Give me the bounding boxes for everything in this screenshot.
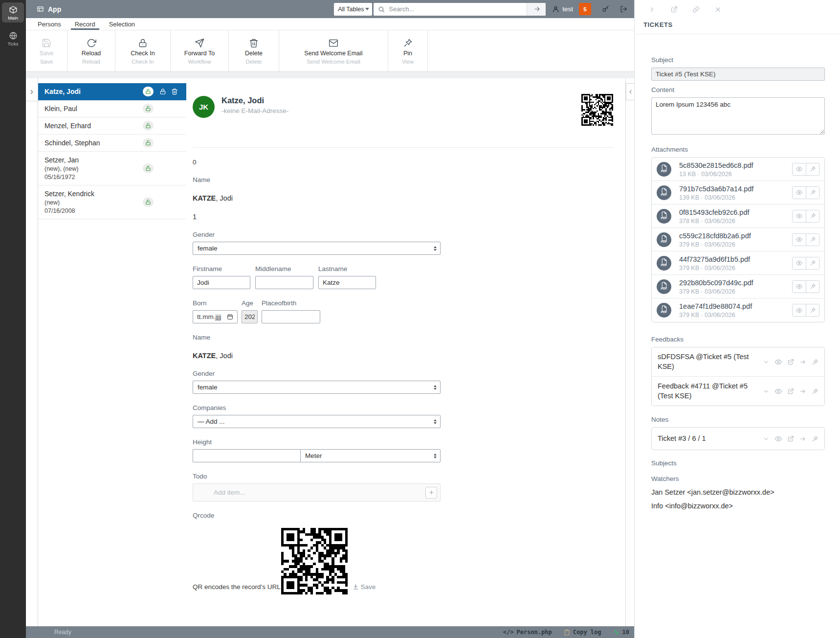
copy-log-button[interactable]: Copy log [564, 629, 601, 636]
preview-button[interactable] [793, 281, 806, 293]
height-field[interactable] [193, 449, 300, 462]
save-button[interactable]: Save Save [26, 30, 67, 71]
reload-button[interactable]: Reload Reload [67, 30, 115, 71]
lastname-field[interactable] [318, 276, 376, 289]
sidebar-item-main[interactable]: Main [2, 2, 24, 23]
pin-attachment-button[interactable] [806, 210, 819, 222]
pin-button[interactable] [812, 388, 818, 395]
tab-persons[interactable]: Persons [31, 18, 68, 30]
unlock-badge[interactable] [143, 121, 154, 131]
open-button[interactable] [787, 388, 794, 395]
preview-button[interactable] [793, 234, 806, 246]
list-item[interactable]: Setzer, Jan (new), (new) 05/16/1972 [38, 152, 186, 185]
forward-to-button[interactable]: Forward To Workflow [171, 30, 228, 71]
middlename-field[interactable] [255, 276, 313, 289]
tab-record[interactable]: Record [68, 18, 102, 30]
unlock-badge[interactable] [143, 104, 154, 114]
attachment-row[interactable]: PDF 5c8530e2815ed6c8.pdf13 KB · 03/06/20… [652, 158, 824, 181]
attachment-row[interactable]: PDF c559c218cfd8b2a6.pdf379 KB · 03/06/2… [652, 228, 824, 251]
gender-select[interactable]: female [193, 242, 441, 255]
tables-select[interactable]: All Tables [334, 3, 372, 16]
feedback-row[interactable]: Feedback #4711 @Ticket #5 (Test KSE) [652, 377, 824, 406]
attachment-row[interactable]: PDF 292b80b5c097d49c.pdf379 KB · 03/06/2… [652, 275, 824, 298]
todo-add-button[interactable] [425, 487, 437, 499]
logout-button[interactable] [620, 5, 627, 13]
panel-open-button[interactable] [670, 6, 678, 13]
content-field[interactable]: Lorem Ipsum 123456 abc [651, 97, 825, 135]
preview-button[interactable] [793, 210, 806, 222]
unlock-badge[interactable] [143, 163, 154, 173]
collapse-panel-button[interactable] [626, 83, 634, 100]
expand-button[interactable] [763, 435, 770, 442]
sidebar-item-ticks[interactable]: Ticks [2, 28, 24, 48]
list-item[interactable]: Klein, Paul [38, 100, 186, 117]
record-detail: JK Katze, Jodi -keine E-Mail-Adresse- 0 … [186, 78, 626, 626]
expand-button[interactable] [763, 388, 770, 395]
unlock-badge[interactable] [143, 87, 154, 96]
born-date-field[interactable]: tt.mm.jjjj [193, 310, 238, 323]
send-welcome-email-button[interactable]: Send Welcome Email Send Welcome Email [279, 30, 388, 71]
panel-close-button[interactable] [714, 6, 722, 13]
delete-row-button[interactable] [171, 88, 178, 95]
unlock-badge[interactable] [143, 197, 154, 207]
qr-save-link[interactable]: Save [348, 583, 441, 594]
preview-button[interactable] [775, 388, 782, 395]
feedback-row[interactable]: sDFDSFSA @Ticket #5 (Test KSE) [652, 347, 824, 377]
check-in-button[interactable]: Check In Check In [115, 30, 170, 71]
expand-list-button[interactable] [26, 83, 38, 101]
pin-attachment-button[interactable] [806, 187, 819, 199]
height-unit-select[interactable]: Meter [300, 449, 441, 462]
gender-select-2[interactable]: female [193, 381, 441, 394]
tab-selection[interactable]: Selection [102, 18, 142, 30]
open-button[interactable] [787, 359, 794, 365]
goto-button[interactable] [799, 359, 806, 365]
attachment-row[interactable]: PDF 791b7c5d3a6b7a14.pdf139 KB · 03/06/2… [652, 181, 824, 205]
source-file[interactable]: </> Person.php [503, 629, 552, 636]
preview-button[interactable] [793, 257, 806, 269]
list-item[interactable]: Schindel, Stephan [38, 135, 186, 152]
goto-button[interactable] [799, 388, 806, 395]
pin-attachment-button[interactable] [806, 234, 819, 246]
pin-attachment-button[interactable] [806, 257, 819, 269]
preview-button[interactable] [793, 187, 806, 199]
name-value: KATZE, Jodi [193, 194, 441, 202]
delete-button[interactable]: Delete Delete [229, 30, 279, 71]
attachment-row[interactable]: PDF 0f815493cfeb92c6.pdf378 KB · 03/06/2… [652, 205, 824, 228]
list-item[interactable]: Setzer, Kendrick (new) 07/16/2008 [38, 185, 186, 219]
list-item[interactable]: Menzel, Erhard [38, 117, 186, 135]
list-item[interactable]: Katze, Jodi [38, 83, 186, 100]
pin-attachment-button[interactable] [806, 304, 819, 316]
placeofbirth-field[interactable] [262, 310, 320, 323]
firstname-field[interactable] [193, 276, 250, 289]
preview-button[interactable] [793, 304, 806, 316]
field-label: Content [651, 86, 825, 93]
companies-select[interactable]: — Add ... [193, 415, 441, 428]
todo-add-input[interactable] [213, 488, 425, 497]
expand-button[interactable] [763, 359, 770, 365]
search-input[interactable] [388, 5, 527, 13]
feedbacks-card: sDFDSFSA @Ticket #5 (Test KSE) Feedback … [651, 347, 825, 406]
goto-button[interactable] [799, 435, 806, 442]
preview-button[interactable] [793, 163, 806, 175]
chevron-down-icon [763, 359, 770, 365]
pin-attachment-button[interactable] [806, 281, 819, 293]
unlock-badge[interactable] [143, 138, 154, 148]
lock-button[interactable] [159, 88, 166, 95]
pin-button[interactable] [812, 359, 818, 365]
pin-button[interactable] [812, 435, 818, 442]
panel-link-button[interactable] [692, 6, 700, 13]
pin-button[interactable]: Pin View [388, 30, 427, 71]
open-button[interactable] [787, 435, 794, 442]
attachment-row[interactable]: PDF 1eae74f1d9e88074.pdf379 KB · 03/06/2… [652, 298, 824, 322]
preview-button[interactable] [775, 435, 782, 442]
key-button[interactable] [602, 5, 609, 13]
pin-attachment-button[interactable] [806, 163, 819, 175]
panel-expand-button[interactable] [648, 6, 656, 13]
user-menu[interactable]: test 5 [552, 3, 591, 15]
subject-field[interactable] [651, 68, 825, 81]
note-row[interactable]: Ticket #3 / 6 / 1 [652, 428, 824, 450]
attachment-row[interactable]: PDF 44f73275a9d6f1b5.pdf379 KB · 03/06/2… [652, 251, 824, 275]
preview-button[interactable] [775, 359, 782, 365]
notification-badge[interactable]: 5 [579, 3, 591, 15]
search-go-button[interactable] [527, 3, 546, 16]
